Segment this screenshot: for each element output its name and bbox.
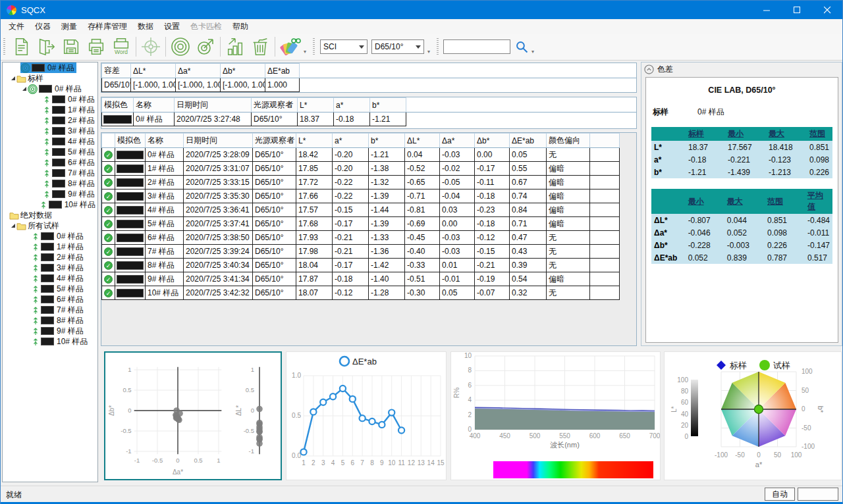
expander-icon[interactable] (9, 223, 16, 228)
column-header[interactable]: Δa* (440, 134, 475, 148)
toolbar-overflow-button[interactable]: ▾ (531, 49, 534, 55)
table-row[interactable]: ✓8# 样品2020/7/25 3:40:34D65/10°18.04-0.17… (102, 259, 620, 272)
tree-item-绝对数据[interactable]: 绝对数据 (3, 210, 97, 220)
column-header[interactable]: 日期时间 (175, 98, 252, 113)
menu-item-测量[interactable]: 测量 (56, 20, 82, 34)
auto-button[interactable]: 自动 (765, 488, 795, 501)
tree-item-0# 样品[interactable]: 0# 样品 (3, 94, 97, 105)
save-button[interactable] (59, 34, 84, 59)
tree-item-5# 样品[interactable]: 5# 样品 (3, 147, 97, 157)
table-row[interactable]: 0# 样品2020/7/25 3:27:48D65/10°18.37-0.18-… (102, 113, 637, 126)
minimize-button[interactable] (751, 1, 782, 19)
table-row[interactable]: ✓10# 样品2020/7/25 3:42:32D65/10°18.07-0.1… (102, 286, 620, 300)
measure-button[interactable] (193, 34, 218, 59)
column-header[interactable]: 名称 (134, 98, 175, 113)
menu-item-帮助[interactable]: 帮助 (227, 20, 254, 34)
column-header[interactable]: 日期时间 (184, 134, 253, 148)
table-row[interactable]: ✓7# 样品2020/7/25 3:39:24D65/10°17.98-0.21… (102, 245, 620, 259)
tree-item-0# 样品[interactable]: 0# 样品 (3, 84, 97, 94)
column-header[interactable]: 光源观察者 (252, 98, 298, 113)
toolbar-grip[interactable] (437, 38, 439, 55)
menu-item-存样库管理[interactable]: 存样库管理 (82, 20, 132, 34)
tree-item-10# 样品[interactable]: 10# 样品 (3, 199, 97, 210)
calibrate-button[interactable] (168, 34, 193, 59)
close-button[interactable] (812, 1, 842, 19)
toolbar-grip[interactable] (313, 38, 315, 55)
tree-item-标样[interactable]: 标样 (3, 73, 97, 84)
menu-item-设置[interactable]: 设置 (159, 20, 185, 34)
table-row[interactable]: ✓1# 样品2020/7/25 3:31:07D65/10°17.85-0.20… (102, 162, 620, 176)
column-header[interactable]: b* (369, 134, 405, 148)
tree-item-6# 样品[interactable]: 6# 样品 (3, 157, 97, 168)
tree-item-7# 样品[interactable]: 7# 样品 (3, 305, 97, 315)
tree-item-4# 样品[interactable]: 4# 样品 (3, 136, 97, 147)
column-header[interactable]: b* (370, 98, 406, 113)
table-row[interactable]: ✓9# 样品2020/7/25 3:41:34D65/10°17.87-0.18… (102, 272, 620, 286)
menu-item-文件[interactable]: 文件 (3, 20, 30, 34)
column-header[interactable]: L* (298, 98, 334, 113)
tree-item-1# 样品[interactable]: 1# 样品 (3, 241, 97, 252)
color-card-button[interactable] (277, 34, 302, 59)
tree-item-2# 样品[interactable]: 2# 样品 (3, 115, 97, 126)
toolbar-overflow-button[interactable]: ▾ (427, 49, 430, 55)
collapse-icon[interactable] (644, 64, 654, 74)
tree-item-1# 样品[interactable]: 1# 样品 (3, 105, 97, 115)
maximize-button[interactable] (782, 1, 812, 19)
menu-item-数据[interactable]: 数据 (132, 20, 159, 34)
table-row[interactable]: ✓5# 样品2020/7/25 3:37:41D65/10°17.68-0.17… (102, 217, 620, 231)
table-row[interactable]: ✓6# 样品2020/7/25 3:38:50D65/10°17.93-0.21… (102, 231, 620, 245)
column-header[interactable]: 模拟色 (115, 134, 146, 148)
column-header[interactable]: L* (296, 134, 333, 148)
column-header[interactable]: ΔE*ab (265, 64, 300, 78)
table-row[interactable]: ✓2# 样品2020/7/25 3:33:15D65/10°17.72-0.22… (102, 176, 620, 189)
tree-item-9# 样品[interactable]: 9# 样品 (3, 326, 97, 336)
tree-item-7# 样品[interactable]: 7# 样品 (3, 168, 97, 178)
column-header[interactable]: 颜色偏向 (547, 134, 590, 148)
column-header[interactable]: 模拟色 (102, 98, 134, 113)
column-header[interactable]: ΔE*ab (510, 134, 547, 148)
target-button[interactable] (138, 34, 163, 59)
tree-item-3# 样品[interactable]: 3# 样品 (3, 263, 97, 273)
delete-button[interactable] (248, 34, 273, 59)
mode-dropdown[interactable]: SCI (320, 39, 367, 54)
tree-item-8# 样品[interactable]: 8# 样品 (3, 178, 97, 189)
tree-item-5# 样品[interactable]: 5# 样品 (3, 284, 97, 294)
tree-item-9# 样品[interactable]: 9# 样品 (3, 189, 97, 199)
tree-item-6# 样品[interactable]: 6# 样品 (3, 294, 97, 305)
column-header[interactable]: 光源观察者 (253, 134, 296, 148)
column-header[interactable]: Δb* (221, 64, 265, 78)
table-row[interactable]: ✓4# 样品2020/7/25 3:36:41D65/10°17.57-0.15… (102, 203, 620, 217)
column-header[interactable]: ΔL* (131, 64, 176, 78)
new-file-button[interactable] (9, 34, 34, 59)
expander-icon[interactable] (20, 86, 28, 91)
tree-item-0# 样品[interactable]: 0# 样品 (3, 63, 97, 73)
search-input[interactable] (443, 39, 510, 54)
column-header[interactable]: 名称 (146, 134, 184, 148)
column-header[interactable]: 容差 (102, 64, 131, 78)
tree-item-所有试样[interactable]: 所有试样 (3, 220, 97, 231)
tree-item-0# 样品[interactable]: 0# 样品 (3, 231, 97, 241)
table-row[interactable]: ✓3# 样品2020/7/25 3:35:30D65/10°17.66-0.22… (102, 189, 620, 203)
table-row[interactable]: ✓0# 样品2020/7/25 3:28:09D65/10°18.42-0.20… (102, 148, 620, 162)
toolbar-grip[interactable] (3, 38, 5, 55)
illuminant-dropdown[interactable]: D65/10° (371, 39, 424, 54)
statistics-button[interactable] (223, 34, 248, 59)
search-button[interactable] (513, 34, 530, 59)
column-header[interactable]: Δb* (475, 134, 510, 148)
table-row[interactable]: D65/10°[-1.000, 1.000][-1.000, 1.000][-1… (102, 78, 637, 92)
column-header[interactable]: a* (333, 134, 369, 148)
export-button[interactable] (34, 34, 59, 59)
menu-item-仪器[interactable]: 仪器 (30, 20, 56, 34)
print-button[interactable] (84, 34, 109, 59)
tree-item-2# 样品[interactable]: 2# 样品 (3, 252, 97, 263)
toolbar-overflow-button[interactable]: ▾ (304, 49, 306, 55)
tree-item-10# 样品[interactable]: 10# 样品 (3, 336, 97, 347)
expander-icon[interactable] (9, 76, 16, 81)
column-header[interactable]: Δa* (176, 64, 221, 78)
tree-item-4# 样品[interactable]: 4# 样品 (3, 273, 97, 284)
tree-item-8# 样品[interactable]: 8# 样品 (3, 315, 97, 326)
column-header[interactable]: ΔL* (405, 134, 440, 148)
column-header[interactable]: a* (334, 98, 370, 113)
tree-item-3# 样品[interactable]: 3# 样品 (3, 126, 97, 136)
print-word-button[interactable]: Word (109, 34, 134, 59)
